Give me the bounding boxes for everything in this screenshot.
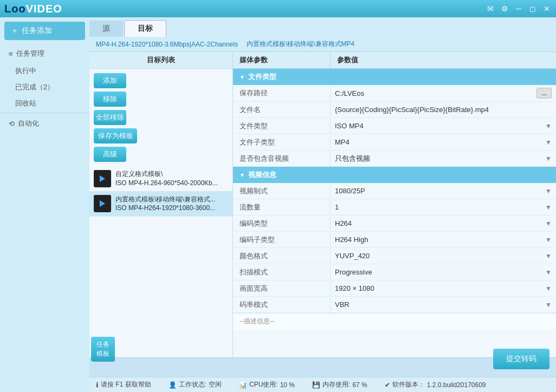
user-icon: 👤 xyxy=(169,381,177,389)
params-panel: 媒体参数 参数值 ▼ 文件类型 保存路径 xyxy=(233,52,556,357)
params-value-filetype[interactable]: ISO MP4 ▼ xyxy=(331,119,556,133)
dropdown-arrow-colorformat: ▼ xyxy=(545,252,552,260)
params-value-scanmode[interactable]: Progressive ▼ xyxy=(331,265,556,279)
remove-button[interactable]: 移除 xyxy=(94,92,126,107)
params-row-filetype: 文件类型 ISO MP4 ▼ xyxy=(233,118,556,134)
params-value-save-path: C:/LVEos ... xyxy=(331,85,556,101)
restore-icon[interactable]: ◻ xyxy=(528,4,538,14)
params-row-save-path: 保存路径 C:/LVEos ... xyxy=(233,85,556,102)
params-value-streamcount[interactable]: 1 ▼ xyxy=(331,200,556,214)
status-bar: ℹ 请按 F1 获取帮助 👤 工作状态: 空闲 📊 CPU使用: 10 % 💾 … xyxy=(89,377,556,392)
submit-button[interactable]: 提交转码 xyxy=(493,349,549,369)
bottom-bar xyxy=(89,357,556,377)
target-list-header: 目标列表 xyxy=(89,52,232,69)
params-key-filename: 文件名 xyxy=(233,102,331,117)
params-key-filetype: 文件类型 xyxy=(233,119,331,134)
advanced-button[interactable]: 高级 xyxy=(94,147,126,162)
main-layout: ＋ 任务添加 ≡ 任务管理 执行中 已完成（2） 回收站 ⟲ 自动化 源 xyxy=(0,17,556,392)
params-key-scanmode: 扫描模式 xyxy=(233,265,331,280)
minimize-icon[interactable]: ─ xyxy=(514,4,523,14)
play-icon-2 xyxy=(100,200,105,207)
status-version: ✔ 软件版本： 1.2.0.build20170609 xyxy=(385,380,486,389)
params-value-resolution[interactable]: 1920 × 1080 ▼ xyxy=(331,282,556,295)
dropdown-arrow-codecsub: ▼ xyxy=(545,236,552,244)
titlebar: LooVIDEO ✉ ⚙ ─ ◻ ✕ xyxy=(0,0,556,17)
params-value-bitratemode[interactable]: VBR ▼ xyxy=(331,298,556,311)
mem-icon: 💾 xyxy=(312,381,320,389)
status-help: ℹ 请按 F1 获取帮助 xyxy=(96,380,151,389)
params-section-file[interactable]: ▼ 文件类型 xyxy=(233,69,556,85)
target-item-text-1: 自定义格式模板\ ISO MP4-H.264-960*540-2000Kb... xyxy=(115,169,218,188)
params-key-resolution: 画面宽高 xyxy=(233,281,331,296)
dropdown-arrow-streamcount: ▼ xyxy=(545,204,552,211)
version-icon: ✔ xyxy=(385,381,390,389)
settings-icon[interactable]: ⚙ xyxy=(500,4,509,14)
remove-all-button[interactable]: 全部移除 xyxy=(94,110,126,125)
params-section-video[interactable]: ▼ 视频信息 xyxy=(233,167,556,183)
browse-button[interactable]: ... xyxy=(536,88,552,99)
section-arrow-video: ▼ xyxy=(240,172,245,178)
params-key-audiovideo: 是否包含音视频 xyxy=(233,151,331,166)
params-col-media: 媒体参数 xyxy=(233,52,331,68)
params-value-colorformat[interactable]: YUVP_420 ▼ xyxy=(331,249,556,263)
params-scroll-area: ▼ 文件类型 保存路径 C:/LVEos ... xyxy=(233,69,556,357)
params-value-codecsub[interactable]: H264 High ▼ xyxy=(331,233,556,246)
sidebar-item-automation[interactable]: ⟲ 自动化 xyxy=(0,114,89,133)
params-value-codec[interactable]: H264 ▼ xyxy=(331,217,556,230)
dropdown-arrow-scanmode: ▼ xyxy=(545,269,552,276)
params-value-videoformat[interactable]: 1080/25P ▼ xyxy=(331,184,556,198)
params-row-codec: 编码类型 H264 ▼ xyxy=(233,215,556,232)
params-row-codecsub: 编码子类型 H264 High ▼ xyxy=(233,232,556,248)
sidebar-label-task-add: 任务添加 xyxy=(22,26,79,36)
tab-bar: 源 目标 xyxy=(89,17,556,37)
target-list-actions: 添加 移除 全部移除 保存为模板 高级 xyxy=(89,69,232,166)
save-template-button[interactable]: 保存为模板 xyxy=(94,128,137,143)
params-row-filename: 文件名 {Source}{Coding}{PicScal}{PicSize}{B… xyxy=(233,102,556,118)
split-panel: 目标列表 添加 移除 全部移除 保存为模板 高级 自定义格式模板\ xyxy=(89,52,556,357)
target-list-items: 自定义格式模板\ ISO MP4-H.264-960*540-2000Kb...… xyxy=(89,166,232,357)
sidebar-item-trash[interactable]: 回收站 xyxy=(0,95,89,112)
logo-loo: Loo xyxy=(4,3,26,15)
params-row-videoformat: 视频制式 1080/25P ▼ xyxy=(233,183,556,199)
sidebar-item-running[interactable]: 执行中 xyxy=(0,63,89,79)
content-area: 源 目标 MP4-H.264-1920*1080-3.6Mbps|AAC-2Ch… xyxy=(89,17,556,392)
target-item-2[interactable]: 内置格式模板\移动终端\兼容格式... ISO MP4-H264-1920*10… xyxy=(89,192,232,217)
target-item-1[interactable]: 自定义格式模板\ ISO MP4-H.264-960*540-2000Kb... xyxy=(89,166,232,192)
params-key-bitratemode: 码率模式 xyxy=(233,297,331,312)
params-row-streamcount: 流数量 1 ▼ xyxy=(233,199,556,215)
sidebar: ＋ 任务添加 ≡ 任务管理 执行中 已完成（2） 回收站 ⟲ 自动化 xyxy=(0,17,89,392)
params-value-filesubtype[interactable]: MP4 ▼ xyxy=(331,135,556,149)
sidebar-divider xyxy=(0,113,89,113)
params-header: 媒体参数 参数值 xyxy=(233,52,556,69)
close-icon[interactable]: ✕ xyxy=(542,4,552,14)
source-info-bar: MP4-H.264-1920*1080-3.6Mbps|AAC-2Channel… xyxy=(89,37,556,52)
sidebar-item-completed[interactable]: 已完成（2） xyxy=(0,79,89,95)
params-row-resolution: 画面宽高 1920 × 1080 ▼ xyxy=(233,280,556,297)
target-list-panel: 目标列表 添加 移除 全部移除 保存为模板 高级 自定义格式模板\ xyxy=(89,52,233,357)
params-value-audiovideo[interactable]: 只包含视频 ▼ xyxy=(331,151,556,166)
params-row-filesubtype: 文件子类型 MP4 ▼ xyxy=(233,134,556,151)
target-item-icon-1 xyxy=(94,170,111,187)
sidebar-item-task-add[interactable]: ＋ 任务添加 xyxy=(4,22,85,40)
params-key-streamcount: 流数量 xyxy=(233,200,331,215)
logo-video: VIDEO xyxy=(26,3,62,15)
dropdown-arrow-videoformat: ▼ xyxy=(545,187,552,195)
params-row-audiovideo: 是否包含音视频 只包含视频 ▼ xyxy=(233,151,556,167)
dropdown-arrow-filetype: ▼ xyxy=(545,122,552,130)
section-arrow-file: ▼ xyxy=(240,74,245,80)
params-key-videoformat: 视频制式 xyxy=(233,184,331,199)
status-mem: 💾 内存使用: 67 % xyxy=(312,380,367,389)
dropdown-arrow-codec: ▼ xyxy=(545,220,552,227)
desc-bar: --描述信息-- xyxy=(233,313,556,329)
add-button[interactable]: 添加 xyxy=(94,73,126,88)
params-value-filename: {Source}{Coding}{PicScal}{PicSize}{BitRa… xyxy=(331,103,556,116)
params-key-codec: 编码类型 xyxy=(233,216,331,231)
play-icon-1 xyxy=(100,175,105,182)
tab-source[interactable]: 源 xyxy=(89,21,123,37)
cpu-icon: 📊 xyxy=(239,381,247,389)
status-cpu: 📊 CPU使用: 10 % xyxy=(239,380,295,389)
tab-target[interactable]: 目标 xyxy=(124,20,166,37)
email-icon[interactable]: ✉ xyxy=(486,4,495,14)
sidebar-item-task-manage[interactable]: ≡ 任务管理 xyxy=(0,44,89,63)
task-template-button[interactable]: 任务 模板 xyxy=(91,337,115,362)
